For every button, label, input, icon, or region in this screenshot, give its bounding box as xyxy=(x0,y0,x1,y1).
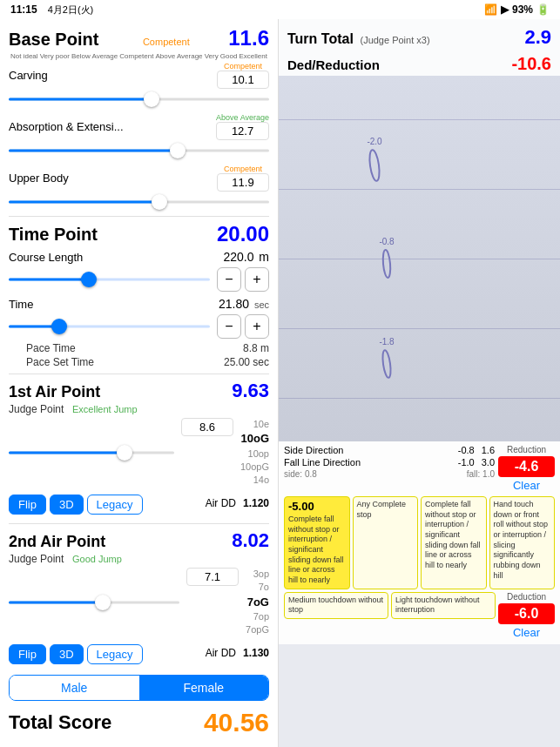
first-air-title: 1st Air Point xyxy=(9,383,100,401)
light-card[interactable]: Light touchdown without interruption xyxy=(391,592,496,619)
fall-line-left: -1.0 xyxy=(458,457,475,468)
reduction-clear-btn[interactable]: Clear xyxy=(498,477,555,494)
reduction-value[interactable]: -4.6 xyxy=(498,456,555,477)
ded-card-4-text: Hand touch down or front roll without st… xyxy=(494,500,551,582)
pace-set-row: Pace Set Time 25.00 sec xyxy=(9,356,269,368)
upper-body-slider[interactable] xyxy=(9,193,269,211)
first-air-section: 1st Air Point 9.63 Judge Point Excellent… xyxy=(9,380,269,518)
side-note: side: 0.8 xyxy=(284,469,467,479)
medium-card[interactable]: Medium touchdown without stop xyxy=(284,592,388,619)
medium-card-text: Medium touchdown without stop xyxy=(288,596,384,616)
second-judge-value[interactable]: 7.1 xyxy=(186,568,239,586)
pace-set-label: Pace Set Time xyxy=(26,356,94,368)
carving-label: Carving xyxy=(9,69,217,82)
upper-body-value[interactable]: 11.9 xyxy=(217,173,269,192)
battery-label: 93% xyxy=(512,3,533,16)
ded-card-2-text: Any Complete stop xyxy=(357,500,415,520)
first-judge-slider[interactable] xyxy=(9,444,174,461)
second-flip-btn[interactable]: Flip xyxy=(9,644,46,664)
first-jump-list: 10e 10oG 10op 10opG 14o xyxy=(240,418,269,488)
absorption-slider[interactable] xyxy=(9,142,269,159)
turn-total-score: 2.9 xyxy=(524,26,551,49)
second-air-dd-value: 1.130 xyxy=(243,647,269,659)
first-judge-quality: Excellent Jump xyxy=(72,404,138,414)
reduction-section: Reduction -4.6 Clear xyxy=(498,445,555,494)
ded-card-3[interactable]: Complete fall without stop or interrupti… xyxy=(421,496,487,589)
wifi-icon: 📶 xyxy=(484,3,497,16)
first-flip-btn[interactable]: Flip xyxy=(9,495,46,515)
turn-total-label: Turn Total xyxy=(287,31,354,46)
pace-set-value: 25.00 sec xyxy=(224,356,269,368)
second-air-dd-label: Air DD xyxy=(206,647,236,659)
female-button[interactable]: Female xyxy=(139,676,269,700)
ded-card-3-text: Complete fall without stop or interrupti… xyxy=(425,500,482,571)
divider-1 xyxy=(9,216,269,217)
ded-card-4[interactable]: Hand touch down or front roll without st… xyxy=(489,496,556,589)
first-judge-label: Judge Point xyxy=(9,403,64,415)
turn-total-section: Turn Total (Judge Point x3) 2.9 xyxy=(279,19,560,52)
light-card-text: Light touchdown without interruption xyxy=(395,596,491,616)
course-length-slider[interactable] xyxy=(9,271,210,288)
side-direction-right: 1.6 xyxy=(482,445,495,455)
upper-body-label: Upper Body xyxy=(9,172,217,185)
time-slider[interactable] xyxy=(9,318,210,335)
first-judge-value[interactable]: 8.6 xyxy=(181,418,233,436)
direction-section: Side Direction -0.8 1.6 Fall Line Direct… xyxy=(284,445,495,479)
slope-line-4 xyxy=(279,328,560,329)
second-3d-btn[interactable]: 3D xyxy=(50,644,84,664)
time-decrease[interactable]: − xyxy=(217,314,241,339)
pace-time-row: Pace Time 8.8 m xyxy=(9,342,269,354)
skier-mark-1: -2.0 xyxy=(366,137,383,188)
second-judge-quality: Good Jump xyxy=(72,554,122,564)
second-air-dd: Air DD 1.130 xyxy=(206,647,269,659)
upper-body-row: Upper Body Competent 11.9 xyxy=(9,165,269,211)
course-length-label: Course Length xyxy=(9,251,96,264)
second-jump-list: 3op 7o 7oG 7op 7opG xyxy=(246,568,269,637)
first-air-dd-value: 1.120 xyxy=(243,497,269,509)
time-value: 21.80 sec xyxy=(219,297,269,311)
skier-figure-3 xyxy=(379,347,395,381)
battery-icon: 🔋 xyxy=(536,3,550,16)
course-length-increase[interactable]: + xyxy=(245,267,269,292)
absorption-value[interactable]: 12.7 xyxy=(216,122,269,140)
second-legacy-btn[interactable]: Legacy xyxy=(87,644,143,664)
skier-mark-2: -0.8 xyxy=(379,237,395,284)
carving-slider[interactable] xyxy=(9,91,269,108)
status-time: 11:15 xyxy=(10,3,37,16)
first-3d-btn[interactable]: 3D xyxy=(50,495,84,515)
course-length-decrease[interactable]: − xyxy=(217,267,241,292)
status-icons: 📶 ▶ 93% 🔋 xyxy=(484,3,550,16)
ded-card-1-text: Complete fall without stop or interrupti… xyxy=(288,515,346,586)
skier-mark-3: -1.8 xyxy=(379,337,395,384)
slope-area: -2.0 -0.8 -1.8 xyxy=(279,76,560,441)
carving-value[interactable]: 10.1 xyxy=(217,71,269,89)
second-judge-slider[interactable] xyxy=(9,594,179,611)
carving-badge-label: Competent xyxy=(217,62,269,71)
right-panel: Turn Total (Judge Point x3) 2.9 Ded/Redu… xyxy=(279,19,560,747)
slope-line-3 xyxy=(279,259,560,259)
signal-icon: ▶ xyxy=(501,3,509,16)
pace-time-value: 8.8 m xyxy=(243,342,269,354)
second-air-score: 8.02 xyxy=(232,529,269,552)
deduction-clear-btn[interactable]: Clear xyxy=(498,624,555,641)
left-panel: Base Point Competent 11.6 Not ideal Very… xyxy=(0,19,279,747)
gender-buttons: Male Female xyxy=(9,675,269,701)
ded-card-1[interactable]: -5.00 Complete fall without stop or inte… xyxy=(284,496,350,589)
first-legacy-btn[interactable]: Legacy xyxy=(87,495,143,515)
slope-line-1 xyxy=(279,119,560,120)
direction-reduction-row: Side Direction -0.8 1.6 Fall Line Direct… xyxy=(284,445,555,494)
time-increase[interactable]: + xyxy=(245,314,269,339)
male-button[interactable]: Male xyxy=(10,676,139,700)
status-date: 4月2日(火) xyxy=(48,3,94,17)
divider-3 xyxy=(9,523,269,524)
ded-cards-row: -5.00 Complete fall without stop or inte… xyxy=(284,496,555,589)
side-direction-row: Side Direction -0.8 1.6 xyxy=(284,445,495,455)
fall-note: fall: 1.0 xyxy=(467,469,495,479)
deduction-section: Deduction -6.0 Clear xyxy=(498,592,555,641)
reduction-label: Reduction xyxy=(498,445,555,454)
side-direction-label: Side Direction xyxy=(284,445,458,455)
ded-card-2[interactable]: Any Complete stop xyxy=(353,496,419,589)
course-length-row: Course Length 220.0 m xyxy=(9,250,269,264)
deduction-value[interactable]: -6.0 xyxy=(498,603,555,624)
svg-point-2 xyxy=(381,350,392,379)
